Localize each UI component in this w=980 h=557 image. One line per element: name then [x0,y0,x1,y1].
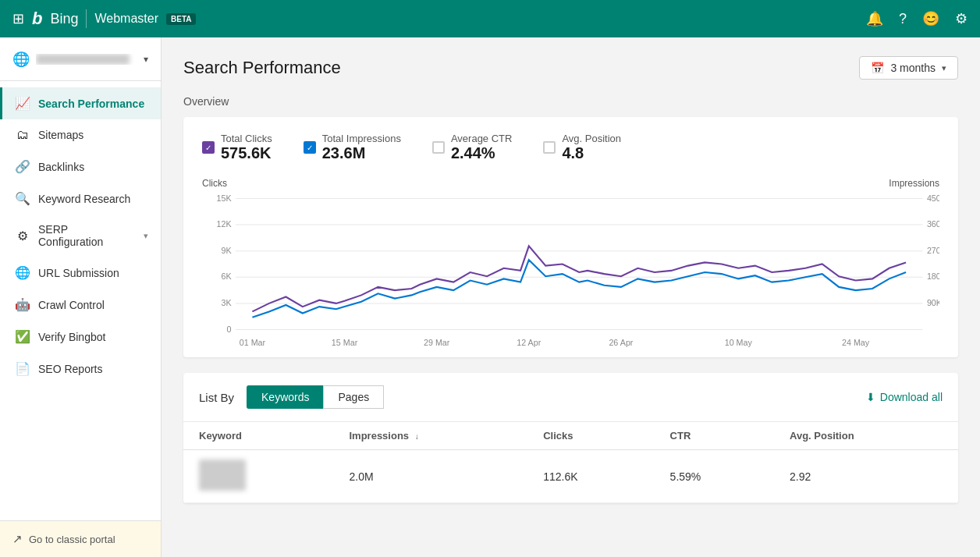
sidebar-item-label: Backlinks [38,161,84,173]
sidebar-item-label: SEO Reports [38,363,102,375]
portal-icon: ↗ [12,532,23,546]
ctr-cell: 5.59% [655,450,774,503]
col-clicks: Clicks [527,422,654,450]
col-ctr: CTR [655,422,774,450]
main-layout: 🌐 ▾ 📈 Search Performance 🗂 Sitemaps 🔗 Ba… [0,37,980,557]
serp-config-icon: ⚙ [15,229,30,243]
average-ctr-value: 2.44% [451,144,513,162]
site-name-block [36,54,137,65]
content-header: Search Performance 📅 3 months ▾ [183,56,958,80]
clicks-cell: 112.6K [527,450,654,503]
sidebar-item-seo-reports[interactable]: 📄 SEO Reports [0,353,161,385]
svg-text:180K: 180K [927,272,939,282]
bing-label: Bing [50,11,78,27]
crawl-control-icon: 🤖 [15,297,30,312]
average-ctr-checkbox[interactable] [432,141,445,154]
calendar-icon: 📅 [871,62,884,74]
chevron-icon: ▾ [144,231,148,241]
table-header-row: Keyword Impressions ↓ Clicks CTR [183,422,958,450]
y-axis-left-label: Clicks [202,178,227,189]
y-axis-right-label: Impressions [889,178,939,189]
svg-text:10 May: 10 May [725,339,753,348]
sidebar-item-keyword-research[interactable]: 🔍 Keyword Research [0,183,161,215]
grid-icon[interactable]: ⊞ [12,10,24,27]
svg-text:360K: 360K [927,219,939,229]
help-icon[interactable]: ? [899,11,907,27]
url-submission-icon: 🌐 [15,265,30,280]
overview-section-title: Overview [183,95,958,108]
keyword-cell [183,450,333,503]
sidebar-item-crawl-control[interactable]: 🤖 Crawl Control [0,289,161,321]
sidebar-item-label: Verify Bingbot [38,331,105,343]
sidebar-item-serp-configuration[interactable]: ⚙ SERP Configuration ▾ [0,215,161,257]
average-ctr-label: Average CTR [451,133,513,144]
download-label: Download all [880,391,943,403]
total-impressions-checkbox[interactable]: ✓ [304,141,316,154]
chevron-down-icon: ▾ [144,54,148,65]
seo-reports-icon: 📄 [15,361,30,376]
avg-position-cell: 2.92 [774,450,958,503]
list-by-title: List By [199,391,234,404]
top-navigation: ⊞ b Bing Webmaster BETA 🔔 ? 😊 ⚙ [0,0,980,37]
page-title: Search Performance [183,58,341,78]
date-filter-label: 3 months [890,62,936,74]
svg-text:0: 0 [227,325,232,334]
dropdown-chevron-icon: ▾ [942,63,946,73]
total-clicks-checkbox[interactable]: ✓ [202,141,215,154]
svg-text:15K: 15K [216,193,231,203]
list-by-header: List By Keywords Pages ⬇ Download all [183,373,958,422]
nav-divider [86,9,87,28]
svg-text:15 Mar: 15 Mar [332,339,358,348]
chart-svg: 15K 12K 9K 6K 3K 0 450K 360K 270K 180K 9… [202,190,939,354]
svg-text:270K: 270K [927,246,939,255]
sidebar-item-url-submission[interactable]: 🌐 URL Submission [0,257,161,289]
svg-text:450K: 450K [927,193,939,203]
keywords-table: Keyword Impressions ↓ Clicks CTR [183,422,958,503]
beta-badge: BETA [166,13,196,25]
total-clicks-label: Total Clicks [221,133,272,144]
webmaster-label: Webmaster [94,12,158,26]
classic-portal-link[interactable]: ↗ Go to classic portal [0,520,161,557]
metric-total-clicks: ✓ Total Clicks 575.6K [202,133,272,162]
total-clicks-value: 575.6K [221,144,272,162]
verify-bingbot-icon: ✅ [15,329,30,344]
account-icon[interactable]: 😊 [922,10,939,27]
col-avg-position: Avg. Position [774,422,958,450]
list-by-section: List By Keywords Pages ⬇ Download all Ke… [183,373,958,503]
main-content: Search Performance 📅 3 months ▾ Overview… [162,37,980,557]
svg-text:12 Apr: 12 Apr [517,339,541,348]
pages-tab[interactable]: Pages [323,385,384,409]
sidebar-item-backlinks[interactable]: 🔗 Backlinks [0,151,161,183]
date-filter-button[interactable]: 📅 3 months ▾ [859,56,958,80]
performance-chart: Clicks Impressions 15K 12K 9K 6K 3K [202,178,939,342]
avg-position-checkbox[interactable] [543,141,556,154]
metric-total-impressions: ✓ Total Impressions 23.6M [304,133,401,162]
sidebar-item-sitemaps[interactable]: 🗂 Sitemaps [0,119,161,151]
download-all-button[interactable]: ⬇ Download all [866,391,943,403]
svg-text:9K: 9K [221,246,231,255]
sidebar-item-label: Crawl Control [38,299,105,311]
svg-text:24 May: 24 May [842,339,870,348]
avg-position-label: Avg. Position [562,133,621,144]
settings-icon[interactable]: ⚙ [955,10,968,27]
bing-logo: b [32,9,42,29]
download-icon: ⬇ [866,391,875,403]
sidebar-item-label: Keyword Research [38,193,130,205]
svg-text:12K: 12K [216,219,231,229]
sidebar-item-label: Search Performance [38,98,144,110]
svg-text:01 Mar: 01 Mar [240,339,266,348]
bell-icon[interactable]: 🔔 [866,10,883,27]
avg-position-value: 4.8 [562,144,621,162]
svg-text:29 Mar: 29 Mar [424,339,450,348]
keywords-tab[interactable]: Keywords [247,385,323,409]
table-row: 2.0M 112.6K 5.59% 2.92 [183,450,958,503]
nav-actions: 🔔 ? 😊 ⚙ [866,10,968,27]
site-selector[interactable]: 🌐 ▾ [0,37,161,81]
sidebar-item-label: SERP Configuration [38,223,136,248]
sidebar-item-verify-bingbot[interactable]: ✅ Verify Bingbot [0,321,161,353]
sidebar: 🌐 ▾ 📈 Search Performance 🗂 Sitemaps 🔗 Ba… [0,37,162,557]
col-impressions[interactable]: Impressions ↓ [333,422,527,450]
overview-chart-card: ✓ Total Clicks 575.6K ✓ Total Impression… [183,117,958,357]
sidebar-item-search-performance[interactable]: 📈 Search Performance [0,87,161,119]
metrics-row: ✓ Total Clicks 575.6K ✓ Total Impression… [202,133,939,162]
